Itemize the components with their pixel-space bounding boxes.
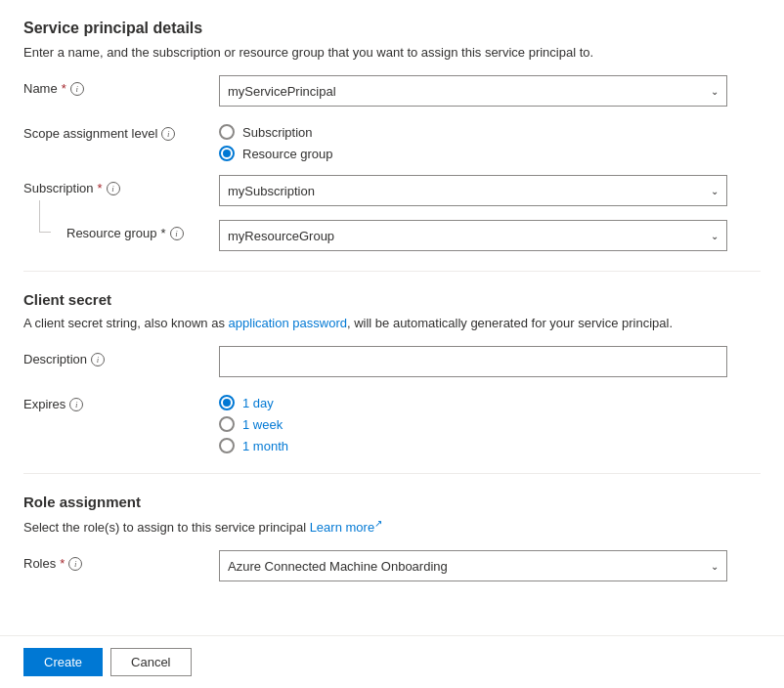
expires-radio-group: 1 day 1 week 1 month: [219, 391, 761, 453]
resource-group-dropdown[interactable]: myResourceGroup ⌄: [219, 220, 727, 251]
resource-group-required: *: [161, 226, 166, 240]
resource-group-info-icon[interactable]: i: [170, 227, 184, 240]
role-assignment-subtitle: Select the role(s) to assign to this ser…: [23, 518, 761, 535]
scope-radio-group: Subscription Resource group: [219, 120, 761, 161]
subscription-dropdown[interactable]: mySubscription ⌄: [219, 175, 727, 206]
application-password-link[interactable]: application password: [229, 316, 347, 330]
scope-subscription-radio[interactable]: [219, 124, 235, 140]
expires-1month-option[interactable]: 1 month: [219, 438, 761, 453]
roles-required: *: [60, 556, 65, 571]
name-dropdown[interactable]: myServicePrincipal ⌄: [219, 75, 727, 107]
resource-group-label: Resource group * i: [55, 220, 219, 240]
divider-1: [23, 271, 761, 272]
expires-1month-label: 1 month: [242, 439, 288, 453]
scope-resource-group-label: Resource group: [242, 147, 333, 161]
name-dropdown-arrow: ⌄: [711, 86, 719, 97]
subscription-value: mySubscription: [228, 184, 315, 198]
roles-value: Azure Connected Machine Onboarding: [228, 559, 448, 574]
subscription-required: *: [98, 181, 103, 195]
expires-1day-radio[interactable]: [219, 395, 235, 410]
expires-1day-option[interactable]: 1 day: [219, 395, 761, 410]
roles-label: Roles * i: [23, 550, 219, 571]
role-assignment-section: Role assignment Select the role(s) to as…: [23, 494, 761, 581]
expires-1week-label: 1 week: [242, 417, 283, 432]
expires-control: 1 day 1 week 1 month: [219, 391, 761, 453]
client-secret-subtitle: A client secret string, also known as ap…: [23, 316, 761, 330]
create-button[interactable]: Create: [23, 648, 103, 676]
scope-info-icon[interactable]: i: [161, 127, 175, 141]
cancel-button[interactable]: Cancel: [110, 648, 191, 676]
roles-control: Azure Connected Machine Onboarding ⌄: [219, 550, 761, 581]
subscription-dropdown-arrow: ⌄: [711, 186, 719, 196]
expires-1day-label: 1 day: [242, 396, 274, 410]
scope-label: Scope assignment level i: [23, 120, 219, 141]
description-control: [219, 346, 761, 377]
expires-label: Expires i: [23, 391, 219, 411]
expires-1week-option[interactable]: 1 week: [219, 416, 761, 432]
scope-subscription-option[interactable]: Subscription: [219, 124, 761, 140]
h-line: [39, 232, 51, 233]
scope-resource-group-option[interactable]: Resource group: [219, 146, 761, 161]
expires-1month-radio[interactable]: [219, 438, 235, 453]
client-secret-section: Client secret A client secret string, al…: [23, 291, 761, 453]
learn-more-link[interactable]: Learn more: [310, 520, 374, 535]
divider-2: [23, 473, 761, 474]
scope-subscription-label: Subscription: [242, 125, 313, 140]
scope-resource-group-radio[interactable]: [219, 146, 235, 161]
client-secret-title: Client secret: [23, 291, 761, 308]
name-field-row: Name * i myServicePrincipal ⌄: [23, 75, 761, 107]
name-info-icon[interactable]: i: [70, 82, 84, 96]
expires-info-icon[interactable]: i: [69, 398, 83, 411]
subscription-info-icon[interactable]: i: [107, 182, 120, 195]
subscription-label: Subscription * i: [23, 175, 219, 195]
roles-field-row: Roles * i Azure Connected Machine Onboar…: [23, 550, 761, 581]
subscription-field-row: Subscription * i mySubscription ⌄: [23, 175, 761, 206]
description-field-row: Description i: [23, 346, 761, 377]
roles-dropdown-arrow: ⌄: [711, 561, 719, 572]
resource-group-row: Resource group * i myResourceGroup ⌄: [23, 220, 761, 251]
footer: Create Cancel: [0, 635, 784, 688]
page-title: Service principal details: [23, 20, 761, 37]
resource-group-value: myResourceGroup: [228, 229, 334, 243]
description-info-icon[interactable]: i: [91, 353, 105, 366]
roles-dropdown[interactable]: Azure Connected Machine Onboarding ⌄: [219, 550, 727, 581]
resource-group-dropdown-arrow: ⌄: [711, 231, 719, 241]
v-line: [39, 200, 40, 232]
expires-field-row: Expires i 1 day 1 week 1 month: [23, 391, 761, 453]
name-required: *: [62, 81, 66, 96]
roles-info-icon[interactable]: i: [68, 557, 82, 571]
external-link-icon: ↗: [374, 518, 382, 529]
resource-group-control: myResourceGroup ⌄: [219, 220, 761, 251]
scope-control: Subscription Resource group: [219, 120, 761, 161]
role-assignment-title: Role assignment: [23, 494, 761, 510]
scope-field-row: Scope assignment level i Subscription Re…: [23, 120, 761, 161]
description-input[interactable]: [219, 346, 727, 377]
name-control: myServicePrincipal ⌄: [219, 75, 761, 107]
page-subtitle: Enter a name, and the subscription or re…: [23, 45, 761, 60]
description-label: Description i: [23, 346, 219, 366]
subscription-control: mySubscription ⌄: [219, 175, 761, 206]
expires-1week-radio[interactable]: [219, 416, 235, 432]
name-value: myServicePrincipal: [228, 84, 336, 99]
name-label: Name * i: [23, 75, 219, 96]
